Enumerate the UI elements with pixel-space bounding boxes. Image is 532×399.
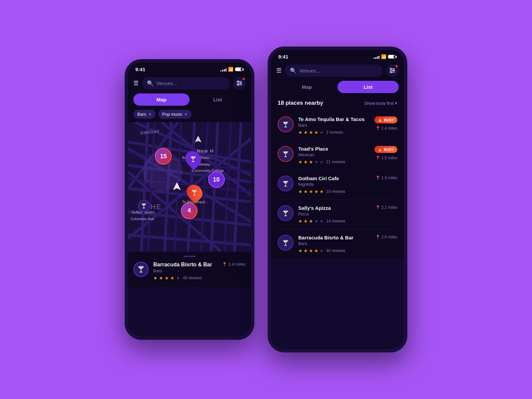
svg-marker-30 xyxy=(195,136,201,142)
star: ★ xyxy=(309,159,313,165)
wifi-icon-right: 📶 xyxy=(381,54,386,59)
venue-type: Bars xyxy=(153,268,217,273)
venue-cocktail-icon: 🍸 xyxy=(137,266,145,273)
reviews-count-teamo: 2 reviews xyxy=(326,130,343,135)
venue-type-gotham: Nightlife xyxy=(298,182,371,187)
filter-button-left[interactable] xyxy=(233,77,246,89)
filter-chips-left: Bars ✕ Pop music ✕ xyxy=(128,110,251,122)
star-4: ★ xyxy=(170,275,175,281)
search-box-right[interactable]: 🔍 Venues... xyxy=(285,65,383,77)
star: ★ xyxy=(320,189,324,194)
location-marker-triangle xyxy=(195,135,202,145)
star: ★ xyxy=(314,189,319,194)
venue-stars-barracuda: ★ ★ ★ ★ ★ 40 reviews xyxy=(298,248,371,253)
cluster-pin-4[interactable]: 4 xyxy=(181,202,198,219)
list-item[interactable]: 🍸 Toad's Place Mexican ★ ★ ★ ★ ★ 21 revi… xyxy=(278,141,397,170)
venue-icon-sallys: 🍸 xyxy=(278,205,294,221)
status-icons-left: 📶 xyxy=(220,67,244,72)
distance-sallys: 📍 2.1 miles xyxy=(375,205,397,210)
busy-label: BUSY xyxy=(384,148,394,152)
search-icon-right: 🔍 xyxy=(290,67,297,74)
venue-info-teamo: Te Amo Tequila Bar & Tacos Bars ★ ★ ★ ★ … xyxy=(298,116,370,135)
tab-map-right[interactable]: Map xyxy=(276,81,337,93)
star: ★ xyxy=(304,130,308,135)
search-box-left[interactable]: 🔍 Venues... xyxy=(142,77,230,89)
drag-handle xyxy=(184,256,196,257)
list-item[interactable]: 🍸 Sally's Apizza Pizza ★ ★ ★ ★ ★ 14 revi… xyxy=(278,200,397,229)
busy-badge-toads: 🔥 BUSY xyxy=(374,146,397,153)
tab-list-left[interactable]: List xyxy=(190,93,246,106)
chip-bars[interactable]: Bars ✕ xyxy=(133,110,156,119)
venue-icon-gotham: 🍸 xyxy=(278,176,294,192)
star: ★ xyxy=(304,159,308,165)
reviews-count-sallys: 14 reviews xyxy=(326,219,345,223)
signal-icon-right xyxy=(373,55,379,59)
star: ★ xyxy=(314,248,319,253)
status-icons-right: 📶 xyxy=(373,54,397,59)
search-placeholder-left: Venues... xyxy=(156,80,177,86)
menu-icon-left[interactable]: ☰ xyxy=(133,79,139,87)
signal-icon xyxy=(220,67,226,71)
chip-popmusic-label: Pop music xyxy=(162,112,183,117)
search-area-left: ☰ 🔍 Venues... xyxy=(128,74,251,93)
venue-distance: 📍 1.4 miles xyxy=(222,262,246,267)
venue-name-gotham: Gotham Ciri Cafe xyxy=(298,176,371,181)
venue-info-toads: Toad's Place Mexican ★ ★ ★ ★ ★ 21 review… xyxy=(298,146,370,165)
venue-type-teamo: Bars xyxy=(298,123,370,128)
venue-pin-teamo[interactable]: 🍸 xyxy=(187,184,202,201)
cluster-pin-10[interactable]: 10 xyxy=(208,171,225,188)
cocktail-icon: 🍸 xyxy=(282,181,289,187)
chip-popmusic-remove[interactable]: ✕ xyxy=(184,112,188,117)
list-item[interactable]: 🍸 Te Amo Tequila Bar & Tacos Bars ★ ★ ★ … xyxy=(278,111,397,141)
filter-button-right[interactable] xyxy=(386,64,399,77)
distance-pin-icon: 📍 xyxy=(222,262,227,267)
star: ★ xyxy=(304,218,308,224)
star-empty: ★ xyxy=(320,159,324,165)
venue-stars-toads: ★ ★ ★ ★ ★ 21 reviews xyxy=(298,159,370,165)
search-icon-left: 🔍 xyxy=(147,80,154,86)
tab-map-left[interactable]: Map xyxy=(133,93,190,106)
star: ★ xyxy=(298,248,303,253)
star-3: ★ xyxy=(165,275,169,281)
menu-icon-right[interactable]: ☰ xyxy=(276,67,282,74)
star: ★ xyxy=(298,130,303,135)
chip-bars-remove[interactable]: ✕ xyxy=(148,112,152,117)
distance-gotham: 📍 1.9 miles xyxy=(375,176,397,180)
list-item[interactable]: 🍸 Gotham Ciri Cafe Nightlife ★ ★ ★ ★ ★ 1… xyxy=(278,170,397,200)
pin-icon: 📍 xyxy=(375,235,380,239)
search-placeholder-right: Venues... xyxy=(299,68,320,73)
sort-button[interactable]: Show busy first ▾ xyxy=(364,101,397,106)
reviews-count-toads: 21 reviews xyxy=(326,160,345,164)
search-area-right: ☰ 🔍 Venues... xyxy=(271,62,404,81)
star-5: ★ xyxy=(176,275,180,281)
star: ★ xyxy=(298,189,303,194)
filter-notification-dot-left xyxy=(242,77,245,80)
chip-popmusic[interactable]: Pop music ✕ xyxy=(158,110,192,119)
map-area[interactable]: DWIGHT New H THE Barracuda Bisrto... Gat… xyxy=(128,122,251,252)
venue-pin-duffys[interactable]: 🍸 xyxy=(138,200,150,212)
venue-right-sallys: 📍 2.1 miles xyxy=(375,205,397,210)
svg-point-36 xyxy=(390,71,392,73)
venue-stars-gotham: ★ ★ ★ ★ ★ 10 reviews xyxy=(298,189,371,194)
places-count: 18 places nearby xyxy=(278,100,323,106)
reviews-count: 40 reviews xyxy=(183,276,202,280)
star: ★ xyxy=(298,159,303,165)
map-label-columbus: Columbus Ave xyxy=(130,217,154,221)
star: ★ xyxy=(314,130,319,135)
list-item[interactable]: 🍸 Barracuda Bisrto & Bar Bars ★ ★ ★ ★ ★ … xyxy=(278,229,397,259)
star: ★ xyxy=(298,218,303,224)
phone-left: 9:41 📶 ☰ 🔍 Venues... xyxy=(125,59,254,340)
venue-info-barracuda: Barracuda Bisrto & Bar Bars ★ ★ ★ ★ ★ 40… xyxy=(298,235,371,253)
tab-list-right[interactable]: List xyxy=(337,81,399,93)
venue-type-sallys: Pizza xyxy=(298,211,371,216)
sort-label: Show busy first xyxy=(364,101,394,106)
star-empty: ★ xyxy=(320,248,324,253)
status-time-left: 9:41 xyxy=(135,66,145,72)
star-2: ★ xyxy=(159,275,163,281)
star: ★ xyxy=(309,218,313,224)
pin-icon: 📍 xyxy=(375,205,380,210)
venue-icon-barracuda: 🍸 xyxy=(278,235,294,251)
featured-venue-card[interactable]: 🍸 Barracuda Bisrto & Bar Bars ★ ★ ★ ★ ★ … xyxy=(133,262,246,281)
venue-name-barracuda: Barracuda Bisrto & Bar xyxy=(298,235,371,240)
venue-pin-barracuda[interactable]: 🍸 xyxy=(186,151,200,167)
